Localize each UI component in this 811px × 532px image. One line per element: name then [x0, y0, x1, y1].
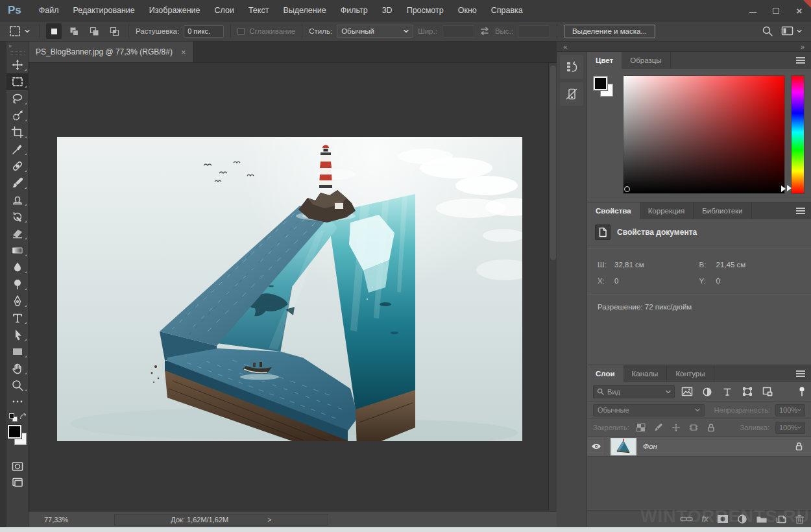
tab-swatches[interactable]: Образцы: [622, 52, 670, 69]
layer-thumbnail[interactable]: [611, 438, 636, 455]
tool-dodge[interactable]: [6, 276, 29, 293]
blend-mode-select[interactable]: Обычные: [593, 404, 705, 417]
width-input[interactable]: [442, 25, 474, 38]
tab-libraries[interactable]: Библиотеки: [694, 202, 751, 219]
scrollbar-thumb[interactable]: [550, 66, 556, 260]
layer-style-icon[interactable]: fx: [701, 514, 708, 524]
tool-eraser[interactable]: [6, 225, 29, 242]
document-size-box[interactable]: Док: 1,62M/1,62M >: [114, 514, 328, 526]
new-layer-icon[interactable]: [776, 514, 786, 524]
swap-colors-icon[interactable]: [19, 413, 27, 420]
maximize-button[interactable]: [764, 0, 788, 21]
zoom-level-field[interactable]: 77,33%: [44, 516, 91, 524]
history-panel-icon[interactable]: [560, 55, 583, 79]
menu-3d[interactable]: 3D: [375, 0, 400, 21]
layer-lock-icon[interactable]: [795, 442, 803, 451]
minimize-button[interactable]: [741, 0, 764, 21]
panel-menu-icon[interactable]: [796, 370, 805, 377]
menu-select[interactable]: Выделение: [276, 0, 333, 21]
tool-edit-toolbar[interactable]: [6, 394, 29, 409]
menu-file[interactable]: Файл: [32, 0, 66, 21]
default-colors-icon[interactable]: [9, 413, 14, 418]
menu-type[interactable]: Текст: [241, 0, 276, 21]
collapse-right-icon[interactable]: »: [801, 42, 805, 51]
tab-close-icon[interactable]: ×: [181, 47, 186, 57]
menu-help[interactable]: Справка: [484, 0, 530, 21]
tool-preset-picker[interactable]: [5, 24, 32, 38]
tool-move[interactable]: [6, 56, 29, 73]
tab-layers[interactable]: Слои: [587, 365, 623, 382]
lock-all-icon[interactable]: [705, 422, 717, 433]
height-input[interactable]: [518, 25, 550, 38]
layer-visibility-toggle[interactable]: [587, 437, 605, 456]
swap-dimensions-icon[interactable]: [479, 27, 490, 36]
add-layer-mask-icon[interactable]: [717, 514, 729, 524]
tab-properties[interactable]: Свойства: [587, 202, 640, 219]
new-group-icon[interactable]: [756, 514, 768, 524]
tool-rectangular-marquee[interactable]: [6, 73, 29, 90]
style-select[interactable]: Обычный: [337, 25, 413, 38]
tab-paths[interactable]: Контуры: [667, 365, 714, 382]
tool-rectangle-shape[interactable]: [6, 343, 29, 360]
tab-color[interactable]: Цвет: [587, 52, 622, 69]
menu-image[interactable]: Изображение: [142, 0, 208, 21]
lock-pixels-icon[interactable]: [653, 422, 664, 433]
lock-position-icon[interactable]: [670, 422, 682, 433]
filter-smart-objects-icon[interactable]: [760, 385, 775, 398]
tool-brush[interactable]: [6, 175, 29, 191]
document-tab[interactable]: PS_BlogBanner.jpg @ 77,3% (RGB/8#) ×: [29, 42, 194, 62]
subtract-from-selection-button[interactable]: [86, 23, 102, 39]
status-chevron-icon[interactable]: >: [267, 516, 271, 524]
antialias-checkbox[interactable]: [237, 28, 245, 35]
lock-transparency-icon[interactable]: [635, 422, 647, 433]
tool-path-selection[interactable]: [6, 326, 29, 343]
select-and-mask-button[interactable]: Выделение и маска...: [564, 25, 655, 38]
filter-adjustment-layers-icon[interactable]: [699, 385, 715, 398]
tool-blur[interactable]: [6, 259, 29, 276]
menu-filter[interactable]: Фильтр: [333, 0, 375, 21]
filter-type-layers-icon[interactable]: [720, 385, 735, 398]
tool-quick-selection[interactable]: [6, 107, 29, 124]
filter-pixel-layers-icon[interactable]: [679, 385, 695, 398]
tab-adjustments[interactable]: Коррекция: [640, 202, 694, 219]
layer-filter-select[interactable]: Вид: [593, 385, 675, 398]
search-icon[interactable]: [762, 25, 773, 37]
foreground-color-swatch[interactable]: [8, 425, 21, 439]
tool-crop[interactable]: [6, 124, 29, 141]
tool-zoom[interactable]: [6, 377, 29, 394]
intersect-selection-button[interactable]: [106, 23, 122, 39]
quick-mask-button[interactable]: [6, 459, 29, 474]
color-cursor[interactable]: [624, 186, 630, 192]
device-preview-panel-icon[interactable]: [560, 82, 583, 106]
tool-spot-healing-brush[interactable]: [6, 158, 29, 175]
vertical-scrollbar[interactable]: [548, 63, 557, 511]
canvas-artwork[interactable]: [57, 137, 522, 441]
tool-pen[interactable]: [6, 293, 29, 309]
canvas-area[interactable]: [29, 63, 557, 511]
filter-shape-layers-icon[interactable]: [740, 385, 755, 398]
toolbar-grip[interactable]: [10, 51, 25, 54]
feather-input[interactable]: [184, 25, 224, 38]
new-selection-button[interactable]: [46, 23, 62, 39]
filter-toggle-icon[interactable]: [799, 386, 805, 398]
tool-eyedropper[interactable]: [6, 141, 29, 158]
menu-window[interactable]: Окно: [451, 0, 484, 21]
toolbar-collapse[interactable]: »: [6, 42, 28, 51]
link-layers-icon[interactable]: [680, 515, 693, 523]
tool-clone-stamp[interactable]: [6, 191, 29, 208]
delete-layer-icon[interactable]: [795, 514, 805, 524]
menu-view[interactable]: Просмотр: [400, 0, 451, 21]
tab-channels[interactable]: Каналы: [623, 365, 668, 382]
hue-slider[interactable]: [791, 75, 805, 194]
fill-select[interactable]: 100%: [775, 422, 805, 434]
panel-menu-icon[interactable]: [796, 57, 805, 64]
saturation-brightness-field[interactable]: [623, 75, 785, 194]
screen-mode-button[interactable]: [6, 474, 29, 490]
tool-lasso[interactable]: [6, 90, 29, 107]
collapse-left-icon[interactable]: «: [563, 42, 567, 51]
workspace-switcher[interactable]: [781, 26, 802, 36]
panel-menu-icon[interactable]: [796, 208, 805, 214]
add-to-selection-button[interactable]: [66, 23, 82, 39]
tool-gradient[interactable]: [6, 242, 29, 259]
tool-hand[interactable]: [6, 360, 29, 377]
